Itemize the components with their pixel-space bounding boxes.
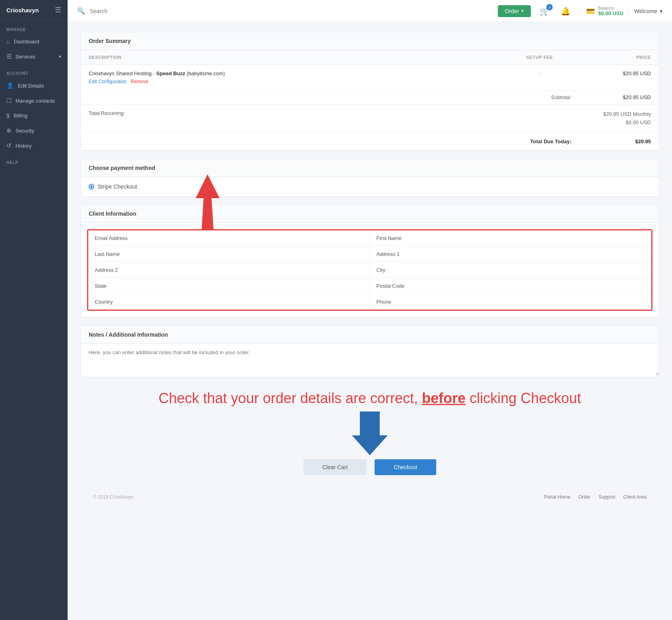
item-description: Crioshavyn Shared Hosting - Speed Buzz (… [81, 65, 500, 90]
client-row-2: Last Name Address 1 [88, 246, 651, 262]
state-field[interactable]: State [88, 278, 370, 294]
product-name-plain: Crioshavyn Shared Hosting - [89, 70, 156, 76]
col-setup-fee: SETUP FEE [500, 50, 579, 65]
first-name-field[interactable]: First Name [370, 230, 652, 246]
order-summary-card: Order Summary DESCRIPTION SETUP FEE PRIC… [80, 32, 659, 151]
section-label-manage: MANAGE [0, 20, 68, 34]
item-price: $20.95 USD [579, 65, 659, 90]
blue-arrow-annotation [80, 411, 659, 455]
remove-link[interactable]: Remove [130, 79, 148, 84]
bell-icon[interactable]: 🔔 [561, 6, 571, 16]
section-label-help: HELP [0, 153, 68, 167]
footer-link-portal[interactable]: Portal Home [544, 494, 571, 500]
phone-field[interactable]: Phone [370, 294, 652, 310]
payment-method-header: Choose payment method [81, 159, 659, 177]
welcome-chevron-icon: ▾ [660, 8, 662, 14]
notes-textarea[interactable] [81, 344, 659, 376]
footer: © 2019 Crioshavyn Portal Home Order Supp… [80, 483, 659, 511]
sidebar-item-billing[interactable]: $ Billing [0, 108, 68, 123]
sidebar-item-label: Services [16, 54, 35, 60]
edit-configuration-link[interactable]: Edit Configuration [89, 79, 126, 84]
annotation-after: clicking Checkout [466, 390, 581, 406]
search-input[interactable] [90, 8, 289, 14]
address1-field[interactable]: Address 1 [370, 246, 652, 262]
address2-field[interactable]: Address 2 [88, 262, 370, 278]
product-actions: Edit Configuration Remove [89, 79, 492, 84]
welcome-section[interactable]: Welcome ▾ [628, 8, 662, 14]
sidebar: Crioshavyn ☰ MANAGE ⌂ Dashboard ☰ Servic… [0, 0, 68, 620]
services-icon: ☰ [6, 53, 12, 60]
city-field[interactable]: City [370, 262, 652, 278]
total-recurring-label: Total Recurring: [81, 105, 500, 133]
radio-stripe[interactable] [89, 184, 94, 189]
notes-card: Notes / Additional Information [80, 326, 659, 377]
order-summary-body: DESCRIPTION SETUP FEE PRICE Crioshavyn S… [81, 50, 659, 150]
payment-method-body: Stripe Checkout [81, 177, 659, 196]
sidebar-item-edit-details[interactable]: 👤 Edit Details [0, 78, 68, 93]
sidebar-section-account: ACCOUNT 👤 Edit Details ☐ Manage contacts… [0, 64, 68, 153]
table-row: Crioshavyn Shared Hosting - Speed Buzz (… [81, 65, 659, 90]
annotation-before: Check that your order details are correc… [159, 390, 422, 406]
footer-links: Portal Home Order Support Client Area [544, 494, 647, 500]
client-form: Email Address First Name Last Name Addre… [87, 229, 653, 311]
total-due-value: $20.95 [579, 133, 659, 150]
subtotal-row: Subtotal: $20.95 USD [81, 90, 659, 105]
product-name-bold: Speed Buzz [156, 70, 185, 76]
cart-icon-wrapper[interactable]: 🛒 1 [540, 6, 550, 16]
sidebar-item-label: Dashboard [14, 39, 39, 45]
clear-cart-button[interactable]: Clear Cart [303, 459, 367, 475]
order-summary-header: Order Summary [81, 32, 659, 50]
sidebar-section-manage: MANAGE ⌂ Dashboard ☰ Services ▾ [0, 20, 68, 64]
sidebar-item-security[interactable]: ⊕ Security [0, 123, 68, 138]
total-due-row: Total Due Today: $20.95 [81, 133, 659, 150]
section-label-account: ACCOUNT [0, 64, 68, 78]
hamburger-icon[interactable]: ☰ [55, 6, 61, 14]
sidebar-item-services[interactable]: ☰ Services ▾ [0, 49, 68, 64]
product-name: Crioshavyn Shared Hosting - Speed Buzz (… [89, 70, 492, 76]
security-icon: ⊕ [6, 127, 12, 134]
total-recurring-right: $20.95 USD Monthly $0.00 USD [579, 105, 659, 133]
sidebar-item-history[interactable]: ↺ History [0, 138, 68, 153]
button-row: Clear Cart Checkout [80, 459, 659, 475]
sidebar-item-label: Security [16, 128, 34, 134]
welcome-label: Welcome [634, 8, 657, 14]
sidebar-section-help: HELP [0, 153, 68, 167]
client-row-4: State Postal Code [88, 278, 651, 294]
footer-link-client-area[interactable]: Client Area [623, 494, 647, 500]
balance-amount: $0.00 USD [598, 10, 623, 16]
sidebar-item-manage-contacts[interactable]: ☐ Manage contacts [0, 93, 68, 108]
order-button[interactable]: Order ▾ [498, 5, 531, 17]
checkout-button[interactable]: Checkout [375, 459, 436, 475]
client-row-1: Email Address First Name [88, 230, 651, 246]
sidebar-item-label: Billing [14, 113, 27, 119]
search-icon: 🔍 [77, 7, 85, 15]
sidebar-item-label: Edit Details [18, 83, 44, 89]
annotation-area: Check that your order details are correc… [80, 385, 659, 456]
contacts-icon: ☐ [6, 97, 12, 104]
logo-text: Crioshavyn [6, 7, 39, 14]
sidebar-item-label: History [16, 143, 31, 149]
client-info-header: Client Information [81, 205, 659, 223]
client-info-body: Email Address First Name Last Name Addre… [81, 229, 659, 311]
item-setup-fee: - [500, 65, 579, 90]
last-name-field[interactable]: Last Name [88, 246, 370, 262]
order-button-label: Order [505, 8, 519, 14]
col-price: PRICE [579, 50, 659, 65]
order-table: DESCRIPTION SETUP FEE PRICE Crioshavyn S… [81, 50, 659, 150]
total-row: Total Recurring: $20.95 USD Monthly $0.0… [81, 105, 659, 133]
email-field[interactable]: Email Address [88, 230, 370, 246]
footer-link-support[interactable]: Support [598, 494, 615, 500]
recurring-now: $0.00 USD [587, 119, 651, 127]
sidebar-item-label: Manage contacts [16, 98, 55, 104]
svg-marker-1 [352, 411, 388, 455]
postal-code-field[interactable]: Postal Code [370, 278, 652, 294]
sidebar-item-dashboard[interactable]: ⌂ Dashboard [0, 34, 68, 49]
billing-icon: $ [6, 112, 10, 119]
stripe-label: Stripe Checkout [97, 183, 137, 190]
client-row-3: Address 2 City [88, 262, 651, 278]
notes-body [81, 344, 659, 377]
country-field[interactable]: Country [88, 294, 370, 310]
wallet-icon: 💳 [586, 7, 595, 16]
footer-link-order[interactable]: Order [579, 494, 591, 500]
payment-option-stripe[interactable]: Stripe Checkout [81, 177, 659, 196]
